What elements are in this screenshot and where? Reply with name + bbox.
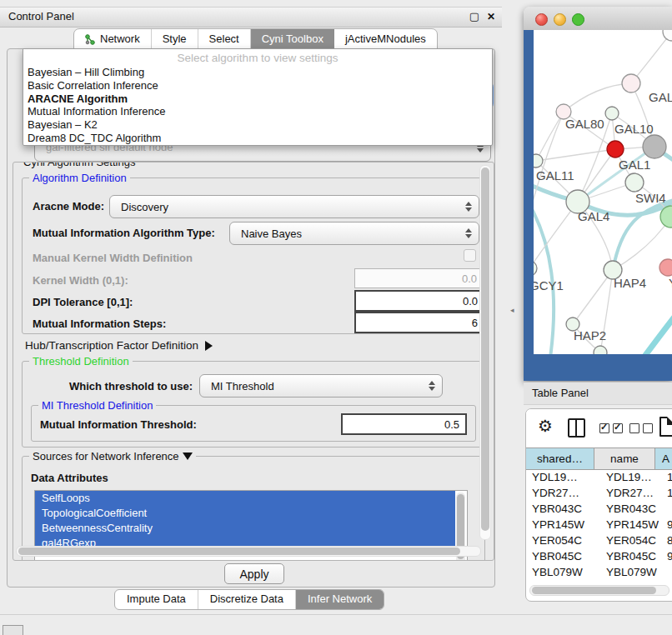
network-window-titlebar[interactable] [524, 7, 672, 31]
control-panel-title: Control Panel [8, 10, 74, 22]
table-cell[interactable]: YLR345W [600, 580, 661, 582]
algorithm-item[interactable]: Bayesian – K2 [23, 118, 492, 132]
table-cell[interactable]: YDL19… [600, 469, 661, 485]
settings-vertical-scrollbar[interactable] [479, 165, 491, 540]
table-cell[interactable] [661, 564, 672, 580]
tab-discretize-data[interactable]: Discretize Data [198, 590, 296, 609]
aracne-mode-combobox[interactable]: Discovery [109, 195, 479, 218]
table-cell[interactable]: YLR345W [526, 580, 600, 582]
table-cell[interactable]: 9. [661, 580, 672, 582]
table-cell[interactable]: YER054C [526, 532, 600, 548]
table-cell[interactable]: YDL19… [526, 469, 600, 485]
tab-impute-data[interactable]: Impute Data [115, 590, 198, 609]
tab-infer-network[interactable]: Infer Network [296, 590, 384, 609]
export-table-icon[interactable] [659, 417, 672, 437]
network-node[interactable] [622, 74, 640, 92]
tab-style[interactable]: Style [152, 29, 198, 49]
network-node[interactable] [534, 261, 537, 276]
table-horizontal-scrollbar[interactable] [529, 585, 669, 596]
expand-arrow-icon[interactable] [205, 341, 213, 351]
table-row[interactable]: YBR045CYBR045C9. [526, 548, 672, 564]
combobox-stepper-icon [463, 202, 474, 212]
algorithm-item[interactable]: Basic Correlation Inference [23, 79, 492, 92]
table-cell[interactable]: YPR145W [600, 517, 661, 532]
table-cell[interactable]: 8. [661, 532, 672, 548]
float-window-icon[interactable]: ▢ [469, 10, 479, 23]
settings-horizontal-scrollbar[interactable] [16, 546, 481, 557]
table-cell[interactable]: YBL079W [600, 564, 661, 580]
threshold-definition-title: Threshold Definition [29, 355, 133, 368]
network-node[interactable] [607, 141, 624, 158]
mi-steps-field[interactable]: 6 [354, 312, 485, 333]
table-cell[interactable]: YBL079W [526, 564, 600, 580]
zoom-traffic-light-icon[interactable] [572, 13, 584, 26]
network-node[interactable] [594, 346, 607, 354]
network-node[interactable] [663, 30, 672, 41]
unchecked-box-icon [629, 423, 639, 433]
table-row[interactable]: YLR345WYLR345W9. [526, 580, 672, 582]
table-cell[interactable] [661, 501, 672, 517]
network-node[interactable] [659, 259, 672, 276]
table-cell[interactable]: 13 [661, 469, 672, 485]
table-row[interactable]: YPR145WYPR145W9. [526, 517, 672, 532]
collapse-arrow-icon[interactable] [183, 452, 193, 460]
hub-definition-row[interactable]: Hub/Transcription Factor Definition [25, 339, 213, 352]
network-node-label: GAL4 [578, 209, 609, 223]
table-row[interactable]: YBL079WYBL079W [526, 564, 672, 580]
kernel-width-label: Kernel Width (0,1): [33, 274, 128, 287]
tab-network[interactable]: Network [74, 29, 152, 49]
table-row[interactable]: YBR043CYBR043C [526, 501, 672, 517]
network-node[interactable] [605, 107, 619, 120]
table-cell[interactable]: YPR145W [526, 517, 600, 532]
columns-icon[interactable] [568, 418, 585, 438]
tab-jactivemnodules[interactable]: jActiveMNodules [334, 29, 437, 49]
aracne-mode-label: Aracne Mode: [33, 200, 104, 212]
table-cell[interactable]: YER054C [600, 532, 661, 548]
table-cell[interactable]: YBR045C [600, 548, 661, 564]
algorithm-item[interactable]: Bayesian – Hill Climbing [23, 66, 492, 79]
network-node[interactable] [643, 135, 666, 158]
table-cell[interactable]: YDR27… [526, 485, 600, 501]
apply-button[interactable]: Apply [224, 563, 284, 584]
tab-select[interactable]: Select [198, 29, 251, 49]
column-header-name[interactable]: name [594, 448, 655, 469]
column-header-partial[interactable]: A [655, 448, 672, 469]
panel-divider-handle[interactable]: ◂ [510, 306, 514, 314]
network-node[interactable] [625, 173, 644, 192]
table-cell[interactable]: 9. [661, 548, 672, 564]
which-threshold-combobox[interactable]: MI Threshold [199, 374, 443, 398]
manual-kernel-checkbox[interactable] [464, 249, 476, 262]
minimize-traffic-light-icon[interactable] [554, 13, 566, 26]
table-cell[interactable]: YBR043C [526, 501, 600, 517]
close-traffic-light-icon[interactable] [535, 13, 548, 26]
table-row[interactable]: YDR27…YDR27…12 [526, 485, 672, 501]
partial-bottom-button[interactable] [3, 625, 23, 635]
table-cell[interactable]: YDR27… [600, 485, 661, 501]
attribute-item[interactable]: BetweennessCentrality [35, 521, 455, 536]
gear-icon[interactable]: ⚙ [538, 416, 553, 436]
table-row[interactable]: YDL19…YDL19…13 [526, 469, 672, 485]
table-header-row: shared… name A [526, 448, 672, 470]
hide-all-columns-icon[interactable] [629, 423, 653, 433]
dpi-tolerance-field[interactable]: 0.0 [354, 290, 485, 312]
show-all-columns-icon[interactable] [599, 423, 623, 433]
close-icon[interactable]: ✕ [487, 10, 495, 23]
mi-threshold-field[interactable]: 0.5 [341, 413, 467, 435]
network-canvas[interactable]: GALGAL80GAL10GAL1GAL11SWI4GAL4GCY1HAP4YH… [534, 30, 672, 354]
table-cell[interactable]: YBR045C [526, 548, 600, 564]
algorithm-item-aracne[interactable]: ARACNE Algorithm [23, 92, 492, 106]
tab-cyni-toolbox[interactable]: Cyni Toolbox [251, 29, 334, 49]
network-node[interactable] [534, 154, 543, 168]
column-header-shared-name[interactable]: shared… [526, 448, 594, 469]
algorithm-item[interactable]: Dream8 DC_TDC Algorithm [23, 132, 492, 145]
table-cell[interactable]: 9. [661, 517, 672, 532]
attribute-item[interactable]: SelfLoops [35, 491, 455, 506]
attribute-item[interactable]: TopologicalCoefficient [35, 506, 455, 521]
table-row[interactable]: YER054CYER054C8. [526, 532, 672, 548]
tab-style-label: Style [163, 30, 187, 48]
mi-algorithm-type-combobox[interactable]: Naive Bayes [229, 222, 479, 245]
aracne-mode-value: Discovery [110, 201, 463, 213]
table-cell[interactable]: YBR043C [600, 501, 661, 517]
algorithm-item[interactable]: Mutual Information Inference [23, 105, 492, 118]
table-cell[interactable]: 12 [661, 485, 672, 501]
